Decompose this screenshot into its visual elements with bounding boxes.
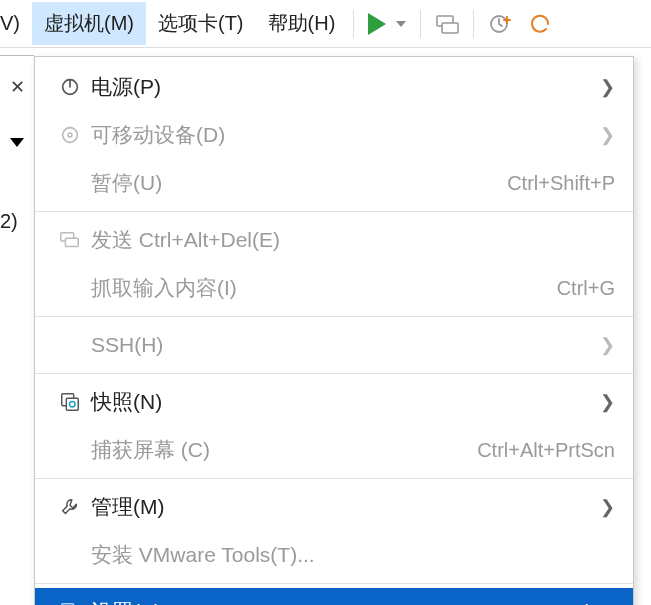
menu-item-label: SSH(H) <box>91 333 588 357</box>
chevron-right-icon: ❯ <box>600 124 615 146</box>
menu-view-partial[interactable]: V) <box>0 4 32 43</box>
menu-separator <box>35 478 633 479</box>
tab-close-button[interactable]: ✕ <box>10 76 25 98</box>
send-cad-icon <box>435 12 459 36</box>
power-icon <box>59 76 81 98</box>
play-button[interactable] <box>360 9 414 39</box>
menu-item-label: 快照(N) <box>91 388 588 416</box>
menu-item-send-cad[interactable]: 发送 Ctrl+Alt+Del(E) <box>35 216 633 264</box>
menu-help[interactable]: 帮助(H) <box>256 2 348 45</box>
snapshot-icon <box>59 391 81 413</box>
snapshot-toolbar-button[interactable] <box>480 6 520 42</box>
menu-item-removable-devices[interactable]: 可移动设备(D) ❯ <box>35 111 633 159</box>
svg-rect-8 <box>65 238 78 246</box>
menu-item-shortcut: Ctrl+Alt+PrtScn <box>477 439 615 462</box>
menu-item-label: 管理(M) <box>91 493 588 521</box>
svg-rect-1 <box>442 23 458 33</box>
menu-item-shortcut: Ctrl+G <box>557 277 615 300</box>
menu-item-label: 暂停(U) <box>91 169 495 197</box>
menu-item-label: 电源(P) <box>91 73 588 101</box>
menu-vm[interactable]: 虚拟机(M) <box>32 2 146 45</box>
chevron-right-icon: ❯ <box>600 496 615 518</box>
menu-item-label: 可移动设备(D) <box>91 121 588 149</box>
menu-separator <box>35 211 633 212</box>
menu-item-label: 抓取输入内容(I) <box>91 274 545 302</box>
menubar: V) 虚拟机(M) 选项卡(T) 帮助(H) <box>0 0 651 48</box>
wrench-icon <box>59 496 81 518</box>
left-number-fragment: 2) <box>0 210 18 233</box>
play-icon <box>368 13 386 35</box>
revert-toolbar-button[interactable] <box>520 6 552 42</box>
menu-item-label: 捕获屏幕 (C) <box>91 436 465 464</box>
menu-item-install-vmware-tools[interactable]: 安装 VMware Tools(T)... <box>35 531 633 579</box>
menu-item-ssh[interactable]: SSH(H) ❯ <box>35 321 633 369</box>
menu-separator <box>35 583 633 584</box>
menu-item-shortcut: Ctrl+Shift+P <box>507 172 615 195</box>
chevron-right-icon: ❯ <box>600 391 615 413</box>
send-cad-icon <box>59 229 81 251</box>
left-strip: ✕ <box>0 48 34 147</box>
menu-item-settings[interactable]: 设置(S)... Ctrl+D <box>35 588 633 605</box>
menu-separator <box>35 373 633 374</box>
chevron-right-icon: ❯ <box>600 334 615 356</box>
menu-item-pause[interactable]: 暂停(U) Ctrl+Shift+P <box>35 159 633 207</box>
dropdown-caret-icon[interactable] <box>10 138 24 147</box>
disc-icon <box>59 124 81 146</box>
svg-point-6 <box>68 133 72 137</box>
menu-item-manage[interactable]: 管理(M) ❯ <box>35 483 633 531</box>
menu-item-capture-screen[interactable]: 捕获屏幕 (C) Ctrl+Alt+PrtScn <box>35 426 633 474</box>
menu-item-grab-input[interactable]: 抓取输入内容(I) Ctrl+G <box>35 264 633 312</box>
settings-icon <box>59 601 81 605</box>
clock-plus-icon <box>488 12 512 36</box>
vm-dropdown-menu: 电源(P) ❯ 可移动设备(D) ❯ 暂停(U) Ctrl+Shift+P 发送… <box>34 56 634 605</box>
menu-item-snapshot[interactable]: 快照(N) ❯ <box>35 378 633 426</box>
chevron-right-icon: ❯ <box>600 76 615 98</box>
menu-item-shortcut: Ctrl+D <box>558 601 615 606</box>
menu-item-label: 发送 Ctrl+Alt+Del(E) <box>91 226 615 254</box>
menubar-separator <box>473 10 474 38</box>
revert-icon <box>528 12 552 36</box>
svg-rect-10 <box>66 398 78 410</box>
menu-separator <box>35 316 633 317</box>
menu-item-label: 安装 VMware Tools(T)... <box>91 541 615 569</box>
menu-item-label: 设置(S)... <box>91 598 546 605</box>
chevron-down-icon <box>396 21 406 27</box>
menubar-separator <box>420 10 421 38</box>
svg-point-5 <box>63 128 78 143</box>
menu-tabs[interactable]: 选项卡(T) <box>146 2 256 45</box>
menu-item-power[interactable]: 电源(P) ❯ <box>35 63 633 111</box>
send-cad-toolbar-button[interactable] <box>427 6 467 42</box>
menubar-separator <box>353 10 354 38</box>
